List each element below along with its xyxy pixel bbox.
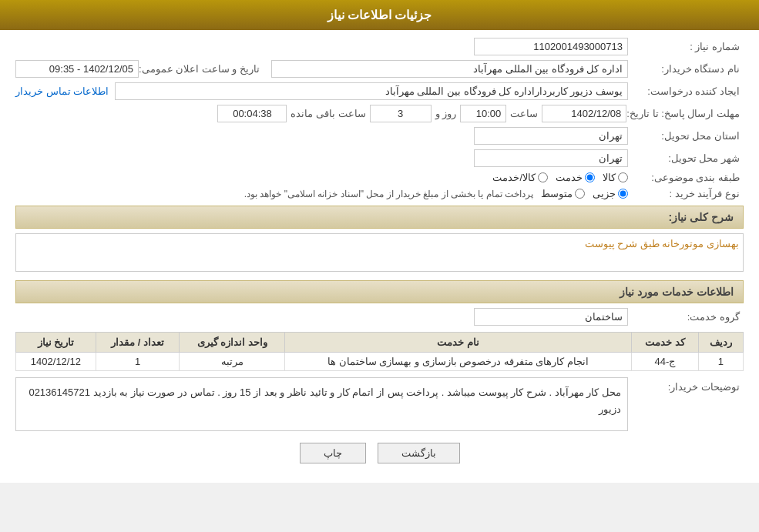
province-value: تهران xyxy=(474,127,628,145)
services-table-section: ردیف کد خدمت نام خدمت واحد اندازه گیری ت… xyxy=(15,332,744,371)
purchase-jozii-label: جزیی xyxy=(593,188,616,199)
services-section-title: اطلاعات خدمات مورد نیاز xyxy=(15,280,744,303)
remaining-label: ساعت باقی مانده xyxy=(291,108,365,119)
city-value: تهران xyxy=(474,149,628,167)
deadline-row: مهلت ارسال پاسخ: تا تاریخ: 1402/12/08 سا… xyxy=(15,105,744,122)
contact-link[interactable]: اطلاعات تماس خریدار xyxy=(15,85,109,97)
content-area: شماره نیاز : 1102001493000713 نام دستگاه… xyxy=(0,30,759,483)
col-service-code: کد خدمت xyxy=(632,333,699,353)
creator-label: ایجاد کننده درخواست: xyxy=(628,85,744,97)
table-header-row: ردیف کد خدمت نام خدمت واحد اندازه گیری ت… xyxy=(16,333,744,353)
purchase-jozii-option: جزیی xyxy=(593,188,628,199)
buyer-org-value: اداره کل فرودگاه بین المللی مهرآباد xyxy=(271,60,628,78)
buyer-description-row: توضیحات خریدار: محل کار مهرآباد . شرح کا… xyxy=(15,377,744,431)
button-row: بازگشت چاپ xyxy=(15,443,744,463)
cell-row-num: 1 xyxy=(698,353,743,371)
col-need-date: تاریخ نیاز xyxy=(16,333,96,353)
description-container: بهسازی موتورخانه طبق شرح پیوست xyxy=(15,233,744,274)
col-row-num: ردیف xyxy=(698,333,743,353)
purchase-type-label: نوع فرآیند خرید : xyxy=(628,188,744,199)
deadline-time-label: ساعت xyxy=(510,108,538,119)
category-khedmat-option: خدمت xyxy=(556,172,595,183)
need-number-row: شماره نیاز : 1102001493000713 xyxy=(15,38,744,55)
category-khedmat-radio[interactable] xyxy=(585,172,595,182)
announce-date-label: تاریخ و ساعت اعلان عمومی: xyxy=(139,63,264,75)
deadline-time: 10:00 xyxy=(460,105,506,122)
service-group-row: گروه خدمت: ساختمان xyxy=(15,308,744,326)
category-kala-khedmat-option: کالا/خدمت xyxy=(492,172,548,183)
services-title-text: اطلاعات خدمات مورد نیاز xyxy=(620,286,734,298)
service-group-value: ساختمان xyxy=(474,308,628,326)
purchase-type-note: پرداخت تمام یا بخشی از مبلغ خریدار از مح… xyxy=(244,189,533,199)
form-section: شماره نیاز : 1102001493000713 نام دستگاه… xyxy=(15,38,744,463)
cell-need-date: 1402/12/12 xyxy=(16,353,96,371)
category-khedmat-label: خدمت xyxy=(556,172,583,183)
category-kala-khedmat-label: کالا/خدمت xyxy=(492,172,536,183)
category-kala-khedmat-radio[interactable] xyxy=(538,172,548,182)
need-description-title: شرح کلی نیاز: xyxy=(15,206,744,229)
category-kala-radio[interactable] xyxy=(618,172,628,182)
col-service-name: نام خدمت xyxy=(285,333,632,353)
deadline-days-label: روز و xyxy=(435,108,457,119)
city-row: شهر محل تحویل: تهران xyxy=(15,149,744,167)
buyer-org-row: نام دستگاه خریدار: اداره کل فرودگاه بین … xyxy=(15,60,744,78)
purchase-type-row: نوع فرآیند خرید : جزیی متوسط پرداخت تمام… xyxy=(15,188,744,199)
col-quantity: تعداد / مقدار xyxy=(96,333,180,353)
purchase-motevaset-label: متوسط xyxy=(541,188,573,199)
category-kala-option: کالا xyxy=(603,172,628,183)
deadline-label: مهلت ارسال پاسخ: تا تاریخ: xyxy=(626,108,744,119)
page-title: جزئیات اطلاعات نیاز xyxy=(327,8,432,22)
buyer-description-value: محل کار مهرآباد . شرح کار پیوست میباشد .… xyxy=(15,377,628,431)
back-button[interactable]: بازگشت xyxy=(378,443,460,463)
need-number-label: شماره نیاز : xyxy=(628,41,744,52)
purchase-type-radio-group: جزیی متوسط پرداخت تمام یا بخشی از مبلغ خ… xyxy=(15,188,628,199)
col-unit: واحد اندازه گیری xyxy=(180,333,285,353)
creator-row: ایجاد کننده درخواست: یوسف دزیور کاربردار… xyxy=(15,82,744,100)
deadline-date: 1402/12/08 xyxy=(542,105,626,122)
page-header: جزئیات اطلاعات نیاز xyxy=(0,0,759,30)
cell-service-code: ج-44 xyxy=(632,353,699,371)
city-label: شهر محل تحویل: xyxy=(628,152,744,164)
buyer-org-label: نام دستگاه خریدار: xyxy=(628,63,744,75)
services-table: ردیف کد خدمت نام خدمت واحد اندازه گیری ت… xyxy=(15,332,744,371)
cell-quantity: 1 xyxy=(96,353,180,371)
deadline-days: 3 xyxy=(370,105,432,122)
category-row: طبقه بندی موضوعی: کالا خدمت کالا/خدمت xyxy=(15,172,744,183)
need-description-section-label: شرح کلی نیاز: xyxy=(669,211,734,223)
province-row: استان محل تحویل: تهران xyxy=(15,127,744,145)
category-radio-group: کالا خدمت کالا/خدمت xyxy=(15,172,628,183)
deadline-remaining: 00:04:38 xyxy=(217,105,287,122)
creator-value: یوسف دزیور کاربرداراداره کل فرودگاه بین … xyxy=(115,82,628,100)
announce-date-value: 1402/12/05 - 09:35 xyxy=(15,60,139,78)
buyer-description-label: توضیحات خریدار: xyxy=(628,377,744,393)
province-label: استان محل تحویل: xyxy=(628,130,744,142)
purchase-motevaset-radio[interactable] xyxy=(575,189,585,199)
cell-service-name: انجام کارهای متفرقه درخصوص بازسازی و بهس… xyxy=(285,353,632,371)
page-wrapper: جزئیات اطلاعات نیاز شماره نیاز : 1102001… xyxy=(0,0,759,483)
need-description-textarea[interactable]: بهسازی موتورخانه طبق شرح پیوست xyxy=(15,233,744,272)
need-number-value: 1102001493000713 xyxy=(474,38,628,55)
table-row: 1 ج-44 انجام کارهای متفرقه درخصوص بازساز… xyxy=(16,353,744,371)
category-label: طبقه بندی موضوعی: xyxy=(628,172,744,183)
purchase-jozii-radio[interactable] xyxy=(618,189,628,199)
purchase-motevaset-option: متوسط xyxy=(541,188,585,199)
cell-unit: مرتبه xyxy=(180,353,285,371)
category-kala-label: کالا xyxy=(603,172,616,183)
print-button[interactable]: چاپ xyxy=(300,443,366,463)
service-group-label: گروه خدمت: xyxy=(628,311,744,323)
